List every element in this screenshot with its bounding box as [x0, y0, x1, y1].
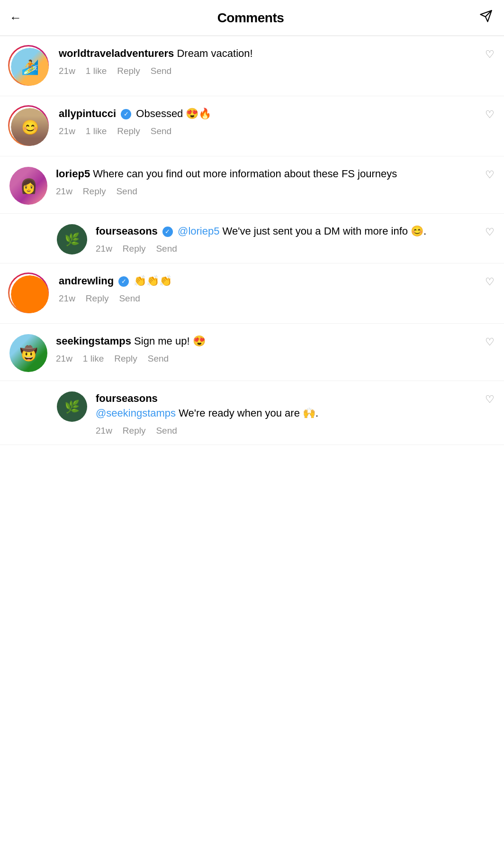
comment-content: fourseasons @seekingstamps We're ready w… [96, 391, 495, 436]
comment-text: fourseasons ✓ @loriep5 We've just sent y… [96, 224, 495, 239]
like-icon[interactable]: ♡ [485, 169, 495, 181]
comment-item: 👩 loriep5 Where can you find out more in… [0, 156, 504, 214]
comment-meta: 21w Reply Send [56, 186, 495, 197]
fourseasons-logo-icon: 🌿 [64, 400, 80, 414]
verified-badge: ✓ [121, 109, 131, 119]
comment-text: seekingstamps Sign me up! 😍 [56, 334, 495, 349]
comment-item: 🌿 fourseasons ✓ @loriep5 We've just sent… [0, 214, 504, 263]
comment-body: We've just sent you a DM with more info … [223, 225, 427, 237]
comment-content: fourseasons ✓ @loriep5 We've just sent y… [96, 224, 495, 254]
comment-body: 👏👏👏 [134, 275, 172, 287]
username[interactable]: fourseasons [96, 392, 158, 404]
comment-time: 21w [59, 66, 75, 76]
comment-item: 🏄 worldtraveladventurers Dream vacation!… [0, 36, 504, 96]
comment-item: andrewling ✓ 👏👏👏 21w Reply Send ♡ [0, 263, 504, 324]
username[interactable]: seekingstamps [56, 335, 131, 347]
comment-body: Dream vacation! [177, 47, 252, 59]
comment-meta: 21w 1 like Reply Send [56, 354, 495, 364]
comment-item: 😊 allypintucci ✓ Obsessed 😍🔥 21w 1 like … [0, 96, 504, 156]
fourseasons-logo-icon: 🌿 [64, 232, 80, 247]
comment-text: allypintucci ✓ Obsessed 😍🔥 [59, 107, 495, 121]
send-button[interactable]: Send [151, 126, 171, 136]
comment-content: seekingstamps Sign me up! 😍 21w 1 like R… [56, 334, 495, 364]
like-icon[interactable]: ♡ [485, 48, 495, 61]
send-button[interactable]: Send [148, 354, 169, 364]
avatar: 👩 [9, 167, 47, 205]
send-icon[interactable] [479, 9, 493, 26]
comment-time: 21w [96, 426, 112, 436]
comment-time: 21w [59, 126, 75, 136]
header: ← Comments [0, 0, 504, 36]
comment-time: 21w [56, 354, 72, 364]
avatar: 😊 [9, 107, 50, 147]
comment-likes: 1 like [83, 354, 104, 364]
comment-meta: 21w 1 like Reply Send [59, 66, 495, 76]
like-icon[interactable]: ♡ [485, 393, 495, 406]
avatar: 🌿 [57, 391, 87, 422]
comment-text: worldtraveladventurers Dream vacation! [59, 46, 495, 61]
comment-time: 21w [96, 244, 112, 254]
comment-body: Sign me up! 😍 [134, 335, 206, 347]
comment-meta: 21w Reply Send [96, 426, 495, 436]
comment-text: fourseasons @seekingstamps We're ready w… [96, 391, 495, 421]
comment-content: worldtraveladventurers Dream vacation! 2… [59, 46, 495, 76]
avatar: 🌿 [57, 224, 87, 254]
reply-button[interactable]: Reply [123, 426, 146, 436]
like-icon[interactable]: ♡ [485, 276, 495, 288]
username[interactable]: loriep5 [56, 168, 90, 180]
comment-likes: 1 like [86, 66, 107, 76]
username[interactable]: allypintucci [59, 108, 116, 119]
username[interactable]: worldtraveladventurers [59, 47, 174, 59]
send-button[interactable]: Send [151, 66, 171, 76]
comments-list: 🏄 worldtraveladventurers Dream vacation!… [0, 36, 504, 445]
page-title: Comments [217, 10, 284, 26]
reply-button[interactable]: Reply [114, 354, 137, 364]
send-button[interactable]: Send [156, 426, 177, 436]
comment-item: 🌿 fourseasons @seekingstamps We're ready… [0, 381, 504, 445]
mention[interactable]: @loriep5 [178, 225, 219, 237]
comment-body: Obsessed 😍🔥 [136, 108, 211, 119]
mention[interactable]: @seekingstamps [96, 407, 176, 419]
comment-content: andrewling ✓ 👏👏👏 21w Reply Send [59, 274, 495, 304]
comment-body: We're ready when you are 🙌. [179, 407, 318, 419]
comment-body: Where can you find out more information … [93, 168, 397, 180]
comment-content: allypintucci ✓ Obsessed 😍🔥 21w 1 like Re… [59, 107, 495, 136]
comment-meta: 21w Reply Send [59, 293, 495, 304]
comment-meta: 21w Reply Send [96, 244, 495, 254]
back-button[interactable]: ← [9, 10, 22, 25]
comment-text: loriep5 Where can you find out more info… [56, 167, 495, 182]
send-button[interactable]: Send [156, 244, 177, 254]
reply-button[interactable]: Reply [117, 66, 140, 76]
comment-meta: 21w 1 like Reply Send [59, 126, 495, 136]
comment-time: 21w [56, 186, 72, 197]
username[interactable]: fourseasons [96, 225, 158, 237]
avatar: 🤠 [9, 334, 47, 372]
send-button[interactable]: Send [119, 293, 140, 304]
comment-item: 🤠 seekingstamps Sign me up! 😍 21w 1 like… [0, 324, 504, 381]
like-icon[interactable]: ♡ [485, 336, 495, 348]
comment-content: loriep5 Where can you find out more info… [56, 167, 495, 197]
reply-button[interactable]: Reply [123, 244, 146, 254]
avatar [9, 274, 50, 315]
reply-button[interactable]: Reply [83, 186, 106, 197]
send-button[interactable]: Send [116, 186, 137, 197]
like-icon[interactable]: ♡ [485, 226, 495, 238]
avatar: 🏄 [9, 46, 50, 87]
username[interactable]: andrewling [59, 275, 114, 287]
comment-likes: 1 like [86, 126, 107, 136]
comment-time: 21w [59, 293, 75, 304]
verified-badge: ✓ [162, 227, 173, 237]
reply-button[interactable]: Reply [86, 293, 109, 304]
verified-badge: ✓ [118, 276, 129, 287]
comment-text: andrewling ✓ 👏👏👏 [59, 274, 495, 289]
like-icon[interactable]: ♡ [485, 109, 495, 121]
reply-button[interactable]: Reply [117, 126, 140, 136]
